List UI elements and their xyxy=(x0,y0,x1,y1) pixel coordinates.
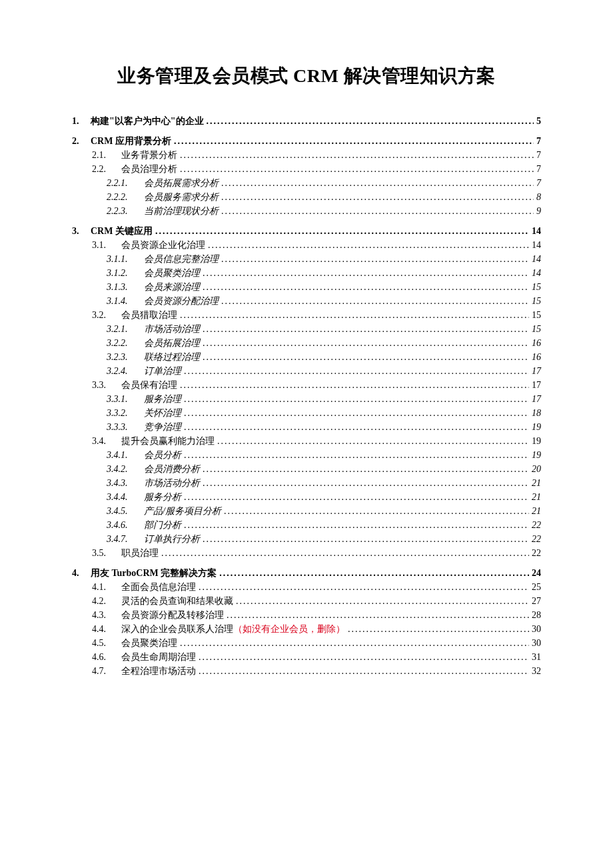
toc-leader xyxy=(203,535,529,544)
toc-text: 会员聚类治理 xyxy=(121,639,177,648)
toc-number: 1. xyxy=(72,117,91,126)
toc-entry[interactable]: 3.3.1.服务治理17 xyxy=(107,395,541,404)
toc-page: 7 xyxy=(536,165,541,174)
toc-entry[interactable]: 1.构建"以客户为中心"的企业5 xyxy=(72,117,541,126)
toc-leader xyxy=(184,395,529,404)
toc-number: 3.1. xyxy=(92,241,121,250)
toc-leader xyxy=(221,255,529,264)
toc-page: 21 xyxy=(532,479,541,488)
toc-page: 14 xyxy=(532,269,541,278)
toc-number: 3.4.1. xyxy=(107,451,144,460)
toc-entry[interactable]: 4.3.会员资源分配及转移治理28 xyxy=(92,611,541,620)
toc-number: 3.3.1. xyxy=(107,395,144,404)
toc-page: 5 xyxy=(536,117,541,126)
toc-leader xyxy=(155,227,529,236)
toc-entry[interactable]: 3.2.3.联络过程治理16 xyxy=(107,353,541,362)
toc-page: 21 xyxy=(532,507,541,516)
toc-entry[interactable]: 3.4.5.产品/服务项目分析21 xyxy=(107,507,541,516)
toc-entry[interactable]: 4.5.会员聚类治理30 xyxy=(92,639,541,648)
toc-page: 27 xyxy=(532,597,541,606)
toc-entry[interactable]: 3.2.会员猎取治理15 xyxy=(92,311,541,320)
toc-entry[interactable]: 4.2.灵活的会员查询和结果收藏27 xyxy=(92,597,541,606)
toc-leader xyxy=(221,297,529,306)
table-of-contents: 1.构建"以客户为中心"的企业52.CRM 应用背景分析72.1.业务背景分析7… xyxy=(72,117,541,676)
toc-entry[interactable]: 3.3.3.竞争治理19 xyxy=(107,423,541,432)
toc-entry[interactable]: 3.4.4.服务分析21 xyxy=(107,493,541,502)
toc-text: 深入的企业会员联系人治理 xyxy=(121,625,233,634)
toc-page: 7 xyxy=(536,137,541,146)
toc-leader xyxy=(174,137,534,146)
toc-page: 32 xyxy=(532,667,541,676)
toc-page: 7 xyxy=(536,179,541,188)
toc-entry[interactable]: 3.4.2.会员消费分析20 xyxy=(107,465,541,474)
toc-page: 19 xyxy=(532,451,541,460)
toc-entry[interactable]: 3.3.2.关怀治理18 xyxy=(107,409,541,418)
toc-text: 会员拓展需求分析 xyxy=(144,179,219,188)
toc-number: 4.5. xyxy=(92,639,121,648)
toc-text: 市场活动分析 xyxy=(144,479,200,488)
toc-number: 2.2.1. xyxy=(107,179,144,188)
toc-page: 17 xyxy=(532,381,541,390)
toc-text: 全程治理市场活动 xyxy=(121,667,196,676)
toc-text: 订单治理 xyxy=(144,367,181,376)
toc-page: 15 xyxy=(532,325,541,334)
toc-entry[interactable]: 4.7.全程治理市场活动32 xyxy=(92,667,541,676)
toc-entry[interactable]: 2.2.会员治理分析7 xyxy=(92,165,541,174)
toc-entry[interactable]: 3.1.2.会员聚类治理14 xyxy=(107,269,541,278)
toc-entry[interactable]: 3.1.4.会员资源分配治理15 xyxy=(107,297,541,306)
toc-entry[interactable]: 3.2.1.市场活动治理15 xyxy=(107,325,541,334)
toc-page: 15 xyxy=(532,297,541,306)
toc-number: 4.3. xyxy=(92,611,121,620)
toc-entry[interactable]: 2.2.2.会员服务需求分析8 xyxy=(107,193,541,202)
toc-number: 3.4.2. xyxy=(107,465,144,474)
toc-entry[interactable]: 3.1.1.会员信息完整治理14 xyxy=(107,255,541,264)
toc-entry[interactable]: 3.1.3.会员来源治理15 xyxy=(107,283,541,292)
toc-page: 16 xyxy=(532,339,541,348)
toc-leader xyxy=(184,409,529,418)
toc-number: 3.1.2. xyxy=(107,269,144,278)
toc-number: 3.3. xyxy=(92,381,121,390)
toc-leader xyxy=(203,465,529,474)
toc-text: 全面会员信息治理 xyxy=(121,583,196,592)
toc-entry[interactable]: 2.2.3.当前治理现状分析9 xyxy=(107,207,541,216)
toc-text: 会员拓展治理 xyxy=(144,339,200,348)
toc-leader xyxy=(184,367,529,376)
toc-number: 3.1.4. xyxy=(107,297,144,306)
toc-entry[interactable]: 4.1.全面会员信息治理25 xyxy=(92,583,541,592)
toc-text: 会员生命周期治理 xyxy=(121,653,196,662)
toc-entry[interactable]: 3.5.职员治理22 xyxy=(92,549,541,558)
toc-number: 3.3.2. xyxy=(107,409,144,418)
toc-leader xyxy=(236,597,529,606)
toc-number: 3.4.5. xyxy=(107,507,144,516)
toc-entry[interactable]: 3.1.会员资源企业化治理14 xyxy=(92,241,541,250)
toc-entry[interactable]: 3.4.提升会员赢利能力治理19 xyxy=(92,437,541,446)
toc-leader xyxy=(180,311,529,320)
toc-number: 3.5. xyxy=(92,549,121,558)
toc-text: 会员治理分析 xyxy=(121,165,177,174)
toc-leader xyxy=(199,583,529,592)
toc-entry[interactable]: 3.4.3.市场活动分析21 xyxy=(107,479,541,488)
toc-entry[interactable]: 4.4.深入的企业会员联系人治理（如没有企业会员，删除）30 xyxy=(92,625,541,634)
toc-entry[interactable]: 3.2.2.会员拓展治理16 xyxy=(107,339,541,348)
toc-entry[interactable]: 2.2.1.会员拓展需求分析7 xyxy=(107,179,541,188)
toc-number: 4.6. xyxy=(92,653,121,662)
toc-entry[interactable]: 3.CRM 关键应用14 xyxy=(72,227,541,236)
toc-text: 提升会员赢利能力治理 xyxy=(121,437,215,446)
toc-entry[interactable]: 2.CRM 应用背景分析7 xyxy=(72,137,541,146)
toc-entry[interactable]: 3.4.1.会员分析19 xyxy=(107,451,541,460)
toc-text: 竞争治理 xyxy=(144,423,181,432)
toc-entry[interactable]: 3.2.4.订单治理17 xyxy=(107,367,541,376)
toc-number: 3.4.6. xyxy=(107,521,144,530)
toc-page: 19 xyxy=(532,423,541,432)
toc-entry[interactable]: 4.6.会员生命周期治理31 xyxy=(92,653,541,662)
toc-leader xyxy=(221,193,534,202)
toc-entry[interactable]: 3.3.会员保有治理17 xyxy=(92,381,541,390)
toc-number: 2.2.2. xyxy=(107,193,144,202)
toc-text: 会员资源分配治理 xyxy=(144,297,219,306)
toc-entry[interactable]: 4.用友 TurboCRM 完整解决方案24 xyxy=(72,569,541,578)
toc-leader xyxy=(184,521,529,530)
toc-entry[interactable]: 2.1.业务背景分析7 xyxy=(92,151,541,160)
toc-entry[interactable]: 3.4.7.订单执行分析22 xyxy=(107,535,541,544)
toc-number: 2.1. xyxy=(92,151,121,160)
toc-entry[interactable]: 3.4.6.部门分析22 xyxy=(107,521,541,530)
